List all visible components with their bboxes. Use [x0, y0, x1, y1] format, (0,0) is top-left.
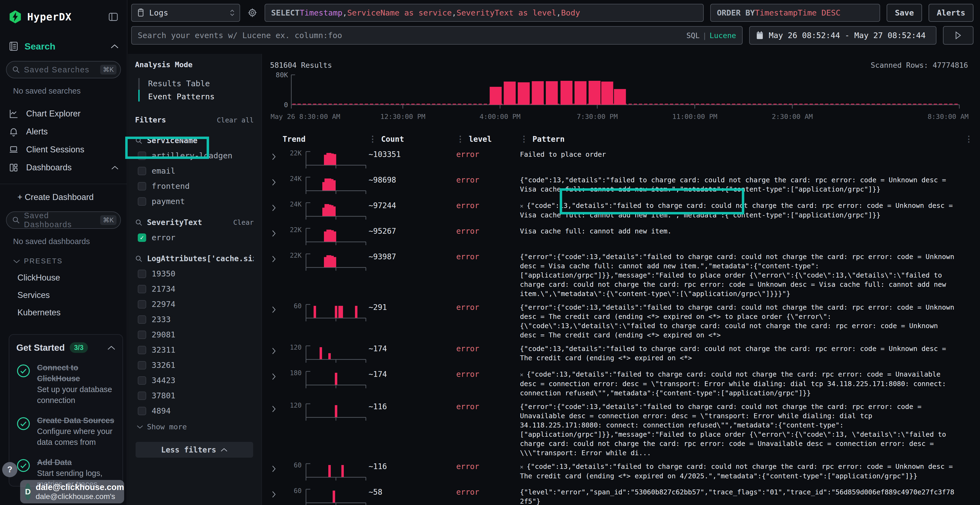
- drag-handle-icon[interactable]: ⋮: [369, 136, 377, 142]
- expand-chevron-icon[interactable]: [270, 175, 283, 186]
- query-language-toggle[interactable]: SQL|Lucene: [686, 31, 736, 40]
- expand-chevron-icon[interactable]: [270, 402, 283, 413]
- pattern-row[interactable]: 120~174error{"code":13,"details":"failed…: [270, 344, 977, 365]
- checkbox[interactable]: [138, 315, 146, 324]
- filter-option-payment[interactable]: payment: [138, 197, 254, 206]
- date-range-picker[interactable]: May 26 08:52:44 - May 27 08:52:44: [749, 26, 937, 44]
- dismiss-x-icon[interactable]: ✕: [520, 464, 523, 470]
- alerts-button[interactable]: Alerts: [929, 4, 974, 22]
- expand-chevron-icon[interactable]: [270, 252, 283, 262]
- checkbox[interactable]: [138, 270, 146, 278]
- filter-option-4894[interactable]: 4894: [138, 406, 254, 416]
- user-menu[interactable]: D dale@clickhouse.com dale@clickhouse.co…: [20, 480, 124, 503]
- sidebar-item-services[interactable]: Services: [18, 290, 119, 300]
- create-dashboard-button[interactable]: + Create Dashboard: [18, 192, 119, 202]
- filter-option-32311[interactable]: 32311: [138, 345, 254, 354]
- pattern-row[interactable]: 180~174error✕{"code":13,"details":"faile…: [270, 369, 977, 398]
- sidebar-item-clickhouse[interactable]: ClickHouse: [18, 273, 119, 283]
- saved-dashboards-input[interactable]: Saved Dashboards ⌘K: [6, 211, 121, 229]
- get-started-step[interactable]: Connect to ClickHouse Set up your databa…: [16, 362, 115, 406]
- filter-option-artillery-loadgen[interactable]: artillery-loadgen: [138, 151, 254, 160]
- clear-all-button[interactable]: Clear all: [217, 116, 254, 124]
- results-histogram[interactable]: 80K0May 26 8:30:00 AM12:30:00 PM4:00:00 …: [270, 71, 977, 124]
- column-header-pattern[interactable]: ⋮Pattern: [520, 135, 965, 144]
- filter-option-37801[interactable]: 37801: [138, 391, 254, 400]
- run-query-button[interactable]: [943, 26, 974, 44]
- filter-option-frontend[interactable]: frontend: [138, 181, 254, 191]
- source-select[interactable]: Logs: [131, 4, 240, 22]
- checkbox[interactable]: ✓: [138, 233, 146, 242]
- presets-toggle[interactable]: PRESETS: [13, 257, 119, 265]
- mode-event-patterns[interactable]: Event Patterns: [138, 90, 254, 103]
- pattern-row[interactable]: 24K~97244error✕{"code":13,"details":"fai…: [270, 200, 977, 222]
- select-clause-input[interactable]: SELECT Timestamp, ServiceName as service…: [265, 4, 704, 22]
- checkbox[interactable]: [138, 182, 146, 191]
- pattern-cell[interactable]: {"error":{"code":13,"details":"failed to…: [520, 402, 965, 458]
- get-started-step[interactable]: Create Data Sources Configure where your…: [16, 415, 115, 448]
- pattern-cell[interactable]: {"level":"error","span_id":"53060b827c62…: [520, 487, 965, 505]
- dismiss-x-icon[interactable]: ✕: [520, 372, 523, 378]
- chevron-up-icon[interactable]: [111, 44, 119, 49]
- checkbox[interactable]: [138, 330, 146, 339]
- pattern-cell[interactable]: {"error":{"code":13,"details":"failed to…: [520, 252, 965, 299]
- checkbox[interactable]: [138, 285, 146, 293]
- mode-results-table[interactable]: Results Table: [138, 77, 254, 90]
- filter-clear-button[interactable]: Clear: [233, 219, 254, 226]
- pattern-cell[interactable]: {"code":13,"details":"failed to charge c…: [520, 175, 965, 194]
- filter-option-34423[interactable]: 34423: [138, 376, 254, 385]
- lucene-toggle[interactable]: Lucene: [710, 31, 736, 40]
- search-icon[interactable]: [135, 137, 143, 145]
- search-icon[interactable]: [135, 219, 143, 226]
- filter-option-19350[interactable]: 19350: [138, 269, 254, 278]
- pattern-row[interactable]: 22K~95267errorVisa cache full: cannot ad…: [270, 226, 977, 248]
- sidebar-item-dashboards[interactable]: Dashboards: [8, 159, 119, 176]
- column-header-count[interactable]: ⋮Count: [369, 135, 456, 144]
- checkbox[interactable]: [138, 197, 146, 206]
- saved-searches-input[interactable]: Saved Searches ⌘K: [6, 61, 121, 78]
- expand-chevron-icon[interactable]: [270, 344, 283, 354]
- pattern-row[interactable]: 24K~98698error{"code":13,"details":"fail…: [270, 175, 977, 197]
- expand-chevron-icon[interactable]: [270, 462, 283, 472]
- pattern-row[interactable]: 120~116error{"error":{"code":13,"details…: [270, 402, 977, 458]
- pattern-cell[interactable]: ✕{"code":13,"details":"failed to charge …: [520, 462, 965, 481]
- table-options[interactable]: ⋮: [965, 136, 977, 142]
- show-more-button[interactable]: Show more: [137, 422, 254, 431]
- expand-chevron-icon[interactable]: [270, 369, 283, 380]
- filter-option-error[interactable]: ✓error: [138, 233, 254, 242]
- sidebar-item-client-sessions[interactable]: Client Sessions: [8, 141, 119, 159]
- sidebar-collapse-icon[interactable]: [108, 11, 119, 22]
- filter-option-29081[interactable]: 29081: [138, 330, 254, 339]
- checkbox[interactable]: [138, 167, 146, 175]
- pattern-cell[interactable]: Visa cache full: cannot add new item.: [520, 226, 965, 236]
- checkbox[interactable]: [138, 361, 146, 370]
- column-header-level[interactable]: ⋮level: [456, 135, 520, 144]
- expand-chevron-icon[interactable]: [270, 302, 283, 313]
- checkbox[interactable]: [138, 300, 146, 308]
- sidebar-item-chart-explorer[interactable]: Chart Explorer: [8, 105, 119, 123]
- pattern-cell[interactable]: {"code":13,"details":"failed to charge c…: [520, 344, 965, 363]
- pattern-row[interactable]: 22K~103351errorFailed to place order: [270, 149, 977, 171]
- pattern-row[interactable]: 60~291error{"error":{"code":13,"details"…: [270, 302, 977, 340]
- filter-option-21734[interactable]: 21734: [138, 284, 254, 294]
- checkbox[interactable]: [138, 346, 146, 354]
- chevron-up-icon[interactable]: [107, 345, 115, 350]
- help-button[interactable]: ?: [2, 462, 18, 477]
- pattern-row[interactable]: 22K~93987error{"error":{"code":13,"detai…: [270, 252, 977, 299]
- expand-chevron-icon[interactable]: [270, 200, 283, 211]
- search-icon[interactable]: [135, 255, 143, 262]
- pattern-cell[interactable]: Failed to place order: [520, 149, 965, 159]
- expand-chevron-icon[interactable]: [270, 149, 283, 160]
- kebab-menu-icon[interactable]: ⋮: [965, 136, 973, 142]
- sidebar-section-search[interactable]: Search: [8, 41, 119, 52]
- filter-option-22974[interactable]: 22974: [138, 300, 254, 309]
- checkbox[interactable]: [138, 407, 146, 415]
- pattern-cell[interactable]: {"error":{"code":13,"details":"failed to…: [520, 302, 965, 340]
- checkbox[interactable]: [138, 392, 146, 400]
- drag-handle-icon[interactable]: ⋮: [456, 136, 465, 142]
- order-by-input[interactable]: ORDER BY TimestampTime DESC: [710, 4, 880, 22]
- pattern-cell[interactable]: ✕{"code":13,"details":"failed to charge …: [520, 369, 965, 398]
- checkbox[interactable]: [138, 152, 146, 160]
- sidebar-item-kubernetes[interactable]: Kubernetes: [18, 308, 119, 318]
- source-settings-gear-icon[interactable]: [247, 4, 258, 22]
- drag-handle-icon[interactable]: ⋮: [520, 136, 528, 142]
